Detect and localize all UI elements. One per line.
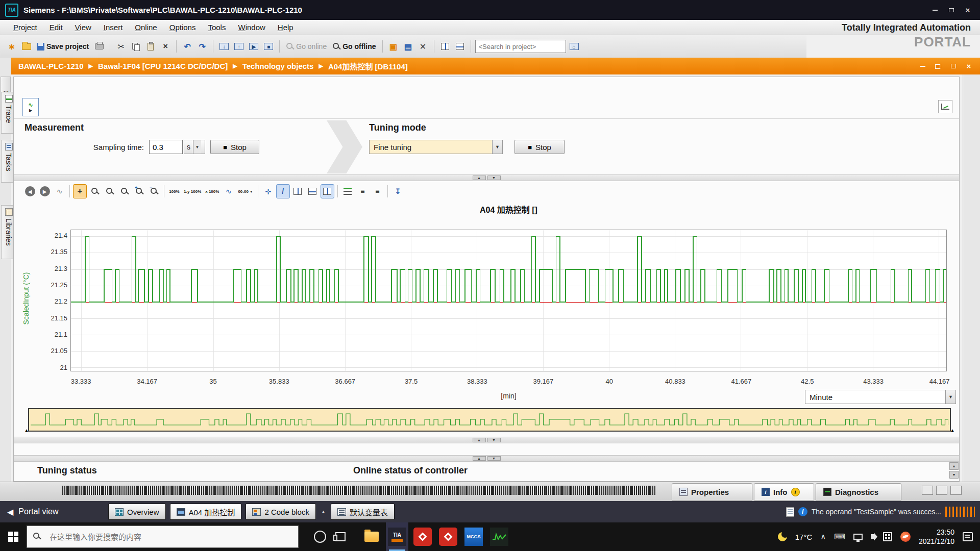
measure-point-icon[interactable]: ⊹ bbox=[261, 184, 275, 198]
open-project-icon[interactable] bbox=[20, 39, 33, 54]
collapse-down-icon[interactable]: ▼ bbox=[487, 438, 501, 442]
go-offline-button[interactable]: Go offline bbox=[330, 39, 378, 54]
collapse-down-icon[interactable]: ▼ bbox=[487, 456, 501, 461]
portal-view-button[interactable]: ◀ Portal view bbox=[7, 507, 104, 517]
export-measurement-icon[interactable]: ↧ bbox=[391, 184, 405, 198]
scroll-down-icon[interactable]: ▼ bbox=[949, 471, 959, 479]
zoom-out-icon[interactable]: − bbox=[147, 184, 161, 198]
menu-window[interactable]: Window bbox=[232, 21, 271, 34]
taskbar-app-trace-tool[interactable] bbox=[488, 522, 510, 551]
menu-help[interactable]: Help bbox=[272, 21, 300, 34]
legend-icon[interactable] bbox=[341, 184, 355, 198]
editor-button-overview[interactable]: Overview bbox=[108, 504, 166, 520]
cortana-icon[interactable] bbox=[314, 531, 326, 543]
menu-insert[interactable]: Insert bbox=[97, 21, 129, 34]
group-expand-icon[interactable]: ▲ bbox=[320, 509, 327, 514]
zoom-in-icon[interactable]: + bbox=[132, 184, 146, 198]
browser-icon[interactable] bbox=[900, 532, 911, 542]
sampling-unit-select[interactable]: s ▼ bbox=[184, 140, 205, 154]
dropdown-arrow-icon[interactable]: ▼ bbox=[945, 390, 955, 404]
vertical-scroll[interactable]: ▲ ▼ bbox=[949, 462, 960, 481]
delete-icon[interactable]: × bbox=[159, 39, 172, 54]
float-panel-icon[interactable] bbox=[922, 486, 933, 495]
online-diagnostics-icon[interactable]: ▣ bbox=[387, 39, 400, 54]
editor-close-icon[interactable]: × bbox=[963, 61, 975, 71]
chart-plot-area[interactable] bbox=[70, 230, 947, 371]
windows-start-button[interactable] bbox=[0, 522, 27, 551]
start-cpu-icon[interactable]: ▶ bbox=[247, 39, 260, 54]
document-icon[interactable] bbox=[786, 507, 794, 517]
scale-100-icon[interactable]: 100% bbox=[167, 184, 181, 198]
split-editor-horizontal-icon[interactable] bbox=[453, 39, 467, 54]
taskbar-app-tia-portal[interactable]: TIA bbox=[386, 522, 408, 551]
tray-expand-icon[interactable]: ∧ bbox=[820, 532, 826, 541]
remove-icon[interactable]: ✕ bbox=[416, 39, 430, 54]
vertical-cursors-icon[interactable] bbox=[291, 184, 305, 198]
go-online-button[interactable]: Go online bbox=[284, 39, 329, 54]
windows-search-input[interactable] bbox=[27, 525, 299, 548]
dropdown-arrow-icon[interactable]: ▼ bbox=[193, 140, 201, 154]
breadcrumb-device[interactable]: Bawal-1F04 [CPU 1214C DC/DC/DC] bbox=[96, 62, 230, 70]
collapse-up-icon[interactable]: ▲ bbox=[473, 176, 486, 180]
taskbar-app-mcgs[interactable]: MCGS bbox=[462, 522, 485, 551]
tab-diagnostics[interactable]: Diagnostics bbox=[816, 483, 901, 500]
download-to-device-icon[interactable]: ↓ bbox=[217, 39, 231, 54]
menu-view[interactable]: View bbox=[69, 21, 97, 34]
new-project-icon[interactable]: ∗ bbox=[5, 39, 18, 54]
scroll-up-icon[interactable]: ▲ bbox=[949, 462, 959, 470]
zoom-area-icon[interactable] bbox=[88, 184, 102, 198]
cut-icon[interactable]: ✂ bbox=[114, 39, 128, 54]
breadcrumb-object[interactable]: A04加热控制 [DB1104] bbox=[326, 61, 410, 71]
horizontal-cursors-icon[interactable] bbox=[306, 184, 320, 198]
notification-center-icon[interactable] bbox=[963, 532, 973, 541]
menu-project[interactable]: Project bbox=[7, 21, 43, 34]
editor-button-tag-table[interactable]: 默认变量表 bbox=[331, 504, 395, 520]
speaker-icon[interactable] bbox=[871, 534, 875, 539]
collapse-panel-icon[interactable] bbox=[936, 486, 947, 495]
align-legend-right-icon[interactable]: ≡ bbox=[371, 184, 384, 198]
input-method-icon[interactable] bbox=[883, 532, 892, 541]
collapse-down-icon[interactable]: ▼ bbox=[487, 176, 501, 180]
copy-icon[interactable] bbox=[129, 39, 142, 54]
task-view-icon[interactable] bbox=[335, 532, 346, 541]
undo-icon[interactable]: ↶ bbox=[181, 39, 194, 54]
time-offset-icon[interactable]: 00:00▼ bbox=[236, 184, 254, 198]
zoom-dynamic-icon[interactable] bbox=[103, 184, 116, 198]
menu-edit[interactable]: Edit bbox=[43, 21, 69, 34]
close-panel-icon[interactable] bbox=[950, 486, 962, 495]
view-history-icon[interactable]: ∿ bbox=[53, 184, 66, 198]
network-icon[interactable] bbox=[853, 534, 863, 540]
signal-overview-strip[interactable] bbox=[28, 408, 951, 432]
previous-view-icon[interactable]: ◀ bbox=[23, 184, 37, 198]
align-legend-left-icon[interactable]: ≡ bbox=[356, 184, 370, 198]
measure-gradient-icon[interactable]: / bbox=[276, 184, 290, 198]
window-close-icon[interactable]: × bbox=[961, 5, 975, 16]
redo-icon[interactable]: ↷ bbox=[195, 39, 209, 54]
splitter[interactable]: ▲ ▼ bbox=[14, 455, 959, 462]
editor-maximize-icon[interactable] bbox=[947, 61, 960, 71]
paste-icon[interactable] bbox=[144, 39, 157, 54]
tab-properties[interactable]: Properties bbox=[672, 483, 752, 500]
menu-options[interactable]: Options bbox=[163, 21, 202, 34]
taskbar-app-red-2[interactable] bbox=[437, 522, 459, 551]
upload-from-device-icon[interactable]: ↑ bbox=[232, 39, 246, 54]
window-minimize-icon[interactable] bbox=[928, 5, 942, 16]
windows-search[interactable] bbox=[27, 525, 299, 548]
scale-x-100-icon[interactable]: x 100% bbox=[204, 184, 220, 198]
breadcrumb-technology-objects[interactable]: Technology objects bbox=[240, 62, 316, 70]
project-library-icon[interactable]: ⌂ bbox=[568, 39, 581, 54]
overview-right-handle-icon[interactable]: ▲ bbox=[950, 428, 955, 433]
taskbar-app-red-1[interactable] bbox=[411, 522, 434, 551]
collapse-up-icon[interactable]: ▲ bbox=[473, 438, 486, 442]
weather-icon[interactable] bbox=[778, 532, 787, 541]
tuning-mode-select[interactable]: Fine tuning ▼ bbox=[369, 140, 503, 154]
time-unit-select[interactable]: Minute ▼ bbox=[805, 390, 956, 404]
editor-button-a04[interactable]: A04 加热控制 bbox=[170, 504, 242, 520]
menu-online[interactable]: Online bbox=[129, 21, 163, 34]
next-view-icon[interactable]: ▶ bbox=[38, 184, 52, 198]
splitter[interactable]: ▲ ▼ bbox=[14, 437, 959, 443]
clock[interactable]: 23:50 2021/12/10 bbox=[919, 528, 954, 546]
editor-minimize-icon[interactable] bbox=[917, 61, 929, 71]
breadcrumb-project[interactable]: BAWAL-PLC-1210 bbox=[16, 62, 86, 70]
search-in-project-input[interactable] bbox=[475, 40, 566, 53]
